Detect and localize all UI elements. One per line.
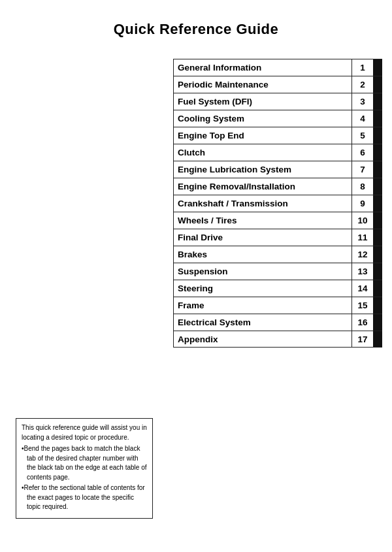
table-row: Final Drive11 (173, 229, 382, 246)
toc-label: Steering (174, 280, 352, 297)
table-row: Frame15 (173, 297, 382, 314)
table-row: Electrical System16 (173, 314, 382, 331)
toc-tab (373, 314, 382, 331)
toc-tab (373, 76, 382, 93)
toc-label: Cooling System (174, 110, 352, 127)
toc-tab (373, 178, 382, 195)
toc-tab (373, 127, 382, 144)
toc-number: 7 (352, 161, 373, 178)
toc-tab (373, 297, 382, 314)
toc-label: Appendix (174, 331, 352, 347)
note-box: This quick reference guide will assist y… (16, 418, 153, 519)
table-row: Appendix17 (173, 331, 382, 348)
toc-tab (373, 59, 382, 76)
toc-tab (373, 331, 382, 347)
toc-label: Fuel System (DFI) (174, 93, 352, 110)
toc-label: Engine Removal/Installation (174, 178, 352, 195)
note-intro: This quick reference guide will assist y… (22, 423, 147, 442)
toc-number: 14 (352, 280, 373, 297)
toc-number: 1 (352, 59, 373, 76)
toc-tab (373, 93, 382, 110)
toc-label: Suspension (174, 263, 352, 280)
toc-number: 10 (352, 212, 373, 229)
toc-tab (373, 263, 382, 280)
table-row: Crankshaft / Transmission9 (173, 195, 382, 212)
toc-label: Brakes (174, 246, 352, 263)
toc-tab (373, 229, 382, 246)
table-row: Engine Removal/Installation8 (173, 178, 382, 195)
toc-number: 11 (352, 229, 373, 246)
toc-label: Final Drive (174, 229, 352, 246)
toc-number: 8 (352, 178, 373, 195)
toc-number: 16 (352, 314, 373, 331)
toc-number: 17 (352, 331, 373, 347)
toc-number: 4 (352, 110, 373, 127)
toc-tab (373, 144, 382, 161)
table-row: Brakes12 (173, 246, 382, 263)
table-row: Cooling System4 (173, 110, 382, 127)
toc-container: General Information1Periodic Maintenance… (173, 59, 382, 348)
table-row: Fuel System (DFI)3 (173, 93, 382, 110)
table-row: General Information1 (173, 59, 382, 76)
note-bullet1: •Bend the pages back to match the black … (22, 444, 147, 482)
table-row: Periodic Maintenance2 (173, 76, 382, 93)
table-row: Engine Lubrication System7 (173, 161, 382, 178)
page-title: Quick Reference Guide (0, 0, 392, 51)
toc-label: Clutch (174, 144, 352, 161)
note-bullet2: •Refer to the sectional table of content… (22, 483, 147, 512)
table-row: Clutch6 (173, 144, 382, 161)
toc-tab (373, 110, 382, 127)
toc-label: Engine Top End (174, 127, 352, 144)
toc-label: Wheels / Tires (174, 212, 352, 229)
table-row: Steering14 (173, 280, 382, 297)
toc-tab (373, 246, 382, 263)
toc-number: 15 (352, 297, 373, 314)
toc-label: Crankshaft / Transmission (174, 195, 352, 212)
page: Quick Reference Guide General Informatio… (0, 0, 392, 552)
toc-label: Engine Lubrication System (174, 161, 352, 178)
table-row: Suspension13 (173, 263, 382, 280)
toc-tab (373, 161, 382, 178)
toc-number: 5 (352, 127, 373, 144)
toc-number: 12 (352, 246, 373, 263)
toc-label: General Information (174, 59, 352, 76)
table-row: Wheels / Tires10 (173, 212, 382, 229)
toc-label: Periodic Maintenance (174, 76, 352, 93)
toc-number: 6 (352, 144, 373, 161)
toc-number: 13 (352, 263, 373, 280)
toc-label: Frame (174, 297, 352, 314)
toc-tab (373, 280, 382, 297)
toc-tab (373, 212, 382, 229)
toc-tab (373, 195, 382, 212)
toc-number: 9 (352, 195, 373, 212)
toc-label: Electrical System (174, 314, 352, 331)
toc-number: 2 (352, 76, 373, 93)
table-row: Engine Top End5 (173, 127, 382, 144)
toc-number: 3 (352, 93, 373, 110)
